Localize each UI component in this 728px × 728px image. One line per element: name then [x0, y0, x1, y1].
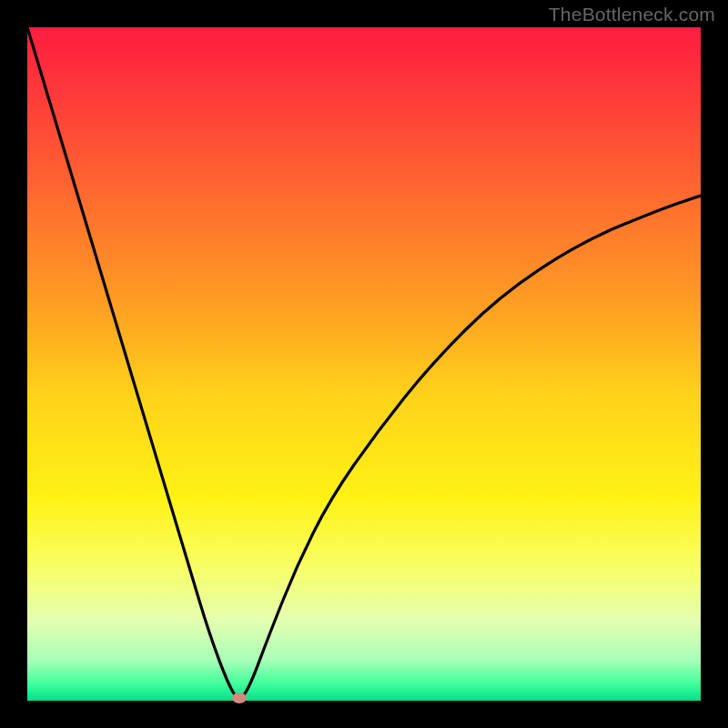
plot-area [27, 27, 701, 701]
optimum-marker [232, 693, 247, 703]
bottleneck-curve [27, 27, 701, 701]
watermark-text: TheBottleneck.com [549, 4, 715, 25]
